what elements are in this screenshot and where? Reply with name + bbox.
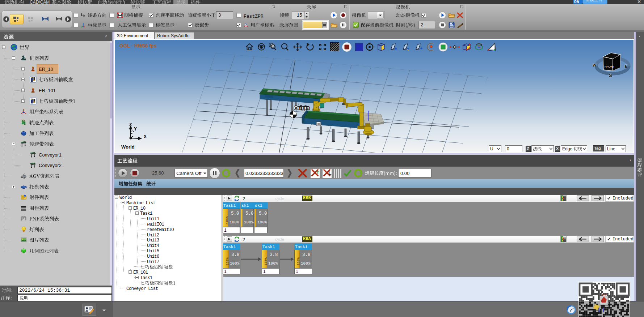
svg-text:Origin: Origin xyxy=(294,105,310,111)
